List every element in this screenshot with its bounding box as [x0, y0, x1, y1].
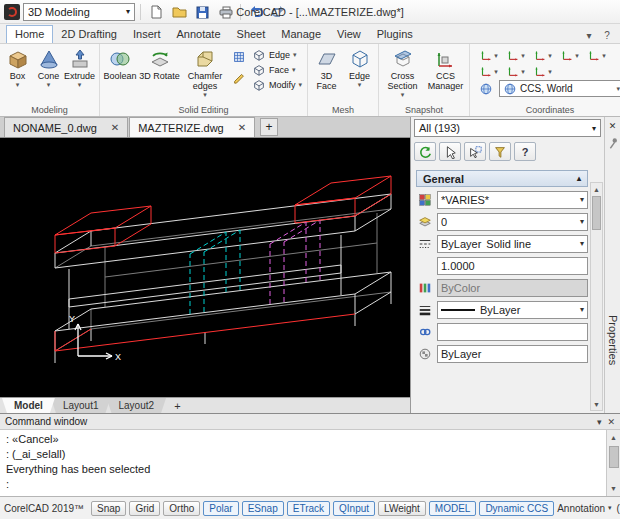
- ccs-preset-button-5[interactable]: ▾: [584, 48, 609, 62]
- auto-hide-pin-button[interactable]: [606, 136, 620, 150]
- etrack-toggle[interactable]: ETrack: [287, 501, 330, 516]
- 3d-face-icon: [315, 47, 339, 71]
- ccs-preset-button-1[interactable]: ▾: [476, 48, 501, 62]
- rotate3d-tool-button[interactable]: 3D Rotate: [138, 46, 181, 81]
- chevron-down-icon: ▾: [592, 124, 596, 133]
- model-toggle[interactable]: MODEL: [429, 501, 477, 516]
- layout-tab-model[interactable]: Model: [2, 398, 55, 413]
- grid-icon: [232, 50, 246, 64]
- print-button[interactable]: [215, 2, 235, 22]
- ccs-preset-button-8[interactable]: ▾: [530, 64, 555, 78]
- world-ccs-button[interactable]: [476, 82, 496, 96]
- scrollbar-thumb[interactable]: [609, 446, 619, 468]
- mesh-edge-tool-button[interactable]: Edge ▾: [343, 46, 376, 88]
- linescale-input[interactable]: 1.0000: [437, 257, 588, 275]
- tab-manage[interactable]: Manage: [273, 26, 329, 43]
- close-icon[interactable]: ✕: [111, 122, 119, 133]
- general-section-header[interactable]: General ▴: [416, 170, 588, 187]
- help-button[interactable]: ?: [514, 142, 536, 161]
- lweight-toggle[interactable]: LWeight: [378, 501, 426, 516]
- doc-tab-mazterize[interactable]: MAZTERIZE.dwg ✕: [129, 117, 255, 137]
- tab-insert[interactable]: Insert: [125, 26, 169, 43]
- annotation-scale-select[interactable]: Annotation ▾: [557, 503, 611, 514]
- extrude-tool-button[interactable]: Extrude ▾: [64, 46, 95, 88]
- quick-select-button[interactable]: [489, 142, 511, 161]
- boolean-tool-button[interactable]: Boolean: [102, 46, 138, 81]
- modify-menu-button[interactable]: Modify ▾: [249, 77, 305, 92]
- chamfer-edges-button[interactable]: Chamfer edges ▾: [181, 46, 229, 98]
- layout-tab-layout2[interactable]: Layout2: [106, 398, 166, 413]
- face-menu-button[interactable]: Face ▾: [249, 62, 305, 77]
- view-scale-select[interactable]: (1:1) ▾: [617, 503, 620, 514]
- layer-select[interactable]: 0 ▾: [437, 213, 588, 231]
- color-select[interactable]: *VARIES* ▾: [437, 191, 588, 209]
- ortho-toggle[interactable]: Ortho: [163, 501, 200, 516]
- select-add-button[interactable]: [464, 142, 486, 161]
- layout-tab-layout1[interactable]: Layout1: [51, 398, 111, 413]
- ccs-preset-button-6[interactable]: ▾: [476, 64, 501, 78]
- mesh-grid-button[interactable]: [230, 48, 248, 66]
- lineweight-select[interactable]: ByLayer ▾: [437, 301, 588, 319]
- ccs-select[interactable]: CCS, World ▾: [499, 80, 620, 97]
- box-tool-button[interactable]: Box ▾: [2, 46, 33, 88]
- ccs-manager-button[interactable]: CCS Manager: [424, 46, 467, 91]
- tab-2d-drafting[interactable]: 2D Drafting: [53, 26, 125, 43]
- linestyle-select[interactable]: ByLayer Solid line ▾: [437, 235, 588, 253]
- command-scrollbar[interactable]: ▲ ▼: [606, 430, 620, 496]
- axis-icon: [479, 48, 493, 62]
- material-input[interactable]: ByLayer: [437, 345, 588, 363]
- grid-toggle[interactable]: Grid: [129, 501, 160, 516]
- ccs-preset-button-3[interactable]: ▾: [530, 48, 555, 62]
- tab-view[interactable]: View: [329, 26, 369, 43]
- close-icon[interactable]: ✕: [238, 122, 246, 133]
- new-doc-tab-button[interactable]: +: [260, 118, 278, 136]
- snap-toggle[interactable]: Snap: [91, 501, 126, 516]
- lineweight-icon: [418, 303, 432, 317]
- tab-plugins[interactable]: Plugins: [369, 26, 421, 43]
- cross-section-button[interactable]: Cross Section ▾: [381, 46, 424, 98]
- face3d-tool-button[interactable]: 3D Face: [310, 46, 343, 91]
- ccs-preset-button-4[interactable]: ▾: [557, 48, 582, 62]
- new-file-button[interactable]: [146, 2, 166, 22]
- qinput-toggle[interactable]: QInput: [333, 501, 375, 516]
- hyperlink-input[interactable]: [437, 323, 588, 341]
- collapse-command-button[interactable]: ▾: [597, 417, 602, 427]
- doc-tab-noname[interactable]: NONAME_0.dwg ✕: [4, 117, 128, 137]
- help-button[interactable]: ?: [599, 28, 615, 43]
- edit-sketch-button[interactable]: [230, 68, 248, 86]
- scroll-down-icon[interactable]: ▼: [607, 481, 620, 496]
- tab-annotate[interactable]: Annotate: [169, 26, 229, 43]
- close-panel-button[interactable]: ✕: [606, 119, 620, 133]
- command-history[interactable]: : «Cancel» : (_ai_selall) Everything has…: [0, 430, 620, 496]
- cone-tool-button[interactable]: Cone ▾: [33, 46, 64, 88]
- scrollbar-thumb[interactable]: [592, 196, 601, 230]
- panel-scrollbar[interactable]: ▲ ▼: [590, 182, 603, 411]
- workspace-select[interactable]: 3D Modeling ▾: [23, 3, 135, 21]
- divider: [140, 4, 141, 20]
- polar-toggle[interactable]: Polar: [203, 501, 238, 516]
- group-label-snapshot: Snapshot: [379, 104, 469, 116]
- open-file-button[interactable]: [169, 2, 189, 22]
- edge-menu-button[interactable]: Edge ▾: [249, 47, 305, 62]
- ribbon-options-button[interactable]: ▾: [581, 28, 597, 43]
- selection-filter-select[interactable]: All (193) ▾: [414, 119, 601, 137]
- scroll-down-icon[interactable]: ▼: [591, 398, 602, 410]
- close-command-button[interactable]: ✕: [607, 417, 615, 427]
- panel-dock-strip: ✕ Properties: [604, 117, 620, 413]
- scroll-up-icon[interactable]: ▲: [607, 430, 620, 445]
- save-button[interactable]: [192, 2, 212, 22]
- add-layout-button[interactable]: +: [170, 398, 185, 413]
- tab-home[interactable]: Home: [6, 25, 53, 43]
- esnap-toggle[interactable]: ESnap: [242, 501, 284, 516]
- tab-sheet[interactable]: Sheet: [229, 26, 274, 43]
- command-prompt[interactable]: :: [6, 477, 600, 492]
- properties-panel-tab[interactable]: Properties: [607, 315, 619, 365]
- ccs-preset-grid: ▾ ▾ ▾ ▾ ▾ ▾ ▾ ▾: [476, 48, 620, 78]
- select-entities-button[interactable]: [439, 142, 461, 161]
- scroll-up-icon[interactable]: ▲: [591, 183, 602, 195]
- refresh-selection-button[interactable]: [414, 142, 436, 161]
- drawing-canvas[interactable]: Y X: [0, 138, 410, 397]
- ccs-preset-button-7[interactable]: ▾: [503, 64, 528, 78]
- ccs-preset-button-2[interactable]: ▾: [503, 48, 528, 62]
- dynamic-ccs-toggle[interactable]: Dynamic CCS: [479, 501, 554, 516]
